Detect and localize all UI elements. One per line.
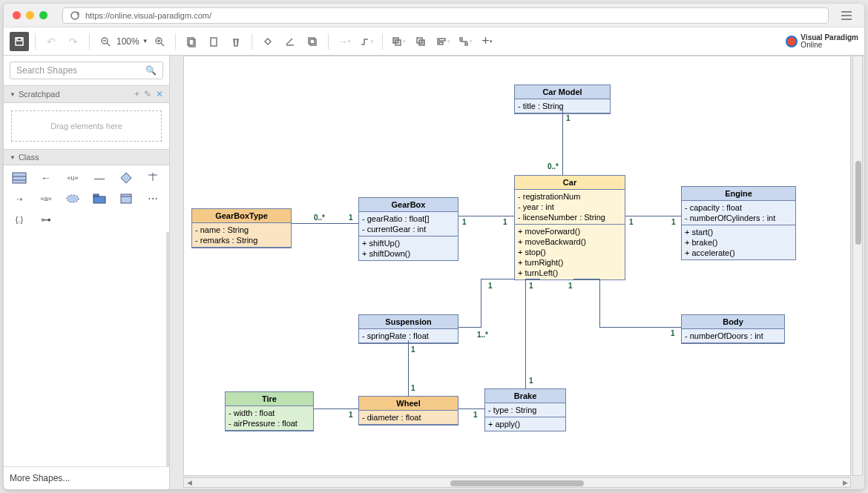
class-wheel[interactable]: Wheel - diameter : float — [358, 396, 458, 426]
scratchpad-section[interactable]: ▼ Scratchpad + ✎ ✕ — [4, 85, 169, 103]
dependency-shape[interactable]: ⇢ — [10, 192, 29, 205]
add-button[interactable]: +▾ — [478, 32, 497, 51]
titlebar: https://online.visual-paradigm.com/ — [4, 4, 864, 27]
sidebar: Search Shapes 🔍 ▼ Scratchpad + ✎ ✕ Drag … — [4, 56, 170, 489]
copy-button[interactable] — [182, 32, 201, 51]
horizontal-scrollbar[interactable]: ◀ ▶ — [183, 477, 851, 488]
constraint-shape[interactable]: {.} — [10, 213, 29, 226]
add-scratchpad-icon[interactable]: + — [134, 89, 139, 99]
conn-car-brake-v[interactable] — [525, 279, 526, 388]
package-shape[interactable] — [90, 192, 109, 205]
more-shapes-button[interactable]: More Shapes... — [4, 466, 169, 489]
svg-rect-32 — [93, 196, 105, 203]
zoom-dropdown-icon[interactable]: ▼ — [142, 38, 148, 44]
class-car-model[interactable]: Car Model - title : String — [514, 85, 611, 114]
url-text: https://online.visual-paradigm.com/ — [85, 11, 211, 20]
class-section[interactable]: ▼ Class — [4, 149, 169, 165]
back-button[interactable] — [411, 32, 430, 51]
nary-shape[interactable]: ⋯ — [143, 192, 162, 205]
save-button[interactable] — [10, 32, 29, 51]
edit-scratchpad-icon[interactable]: ✎ — [144, 89, 151, 99]
maximize-icon[interactable] — [39, 11, 47, 19]
conn-susp-h2[interactable] — [481, 279, 514, 279]
chevron-down-icon: ▼ — [10, 91, 16, 98]
class-engine[interactable]: Engine - capacity : float - numberOfCyli… — [681, 186, 796, 260]
conn-susp-wheel[interactable] — [408, 340, 409, 396]
conn-carmodel-car[interactable] — [562, 110, 563, 175]
svg-rect-14 — [310, 39, 316, 45]
zoom-in-button[interactable] — [150, 32, 169, 51]
conn-susp-v[interactable] — [481, 279, 481, 328]
reload-icon[interactable] — [69, 10, 81, 21]
svg-rect-23 — [460, 38, 462, 40]
svg-rect-34 — [121, 194, 131, 203]
class-gearboxtype[interactable]: GearBoxType - name : String - remarks : … — [191, 208, 292, 248]
conn-body-v[interactable] — [599, 279, 600, 328]
conn-tire-wheel[interactable] — [314, 408, 358, 409]
conn-wheel-brake[interactable] — [458, 408, 484, 409]
svg-rect-25 — [13, 173, 26, 183]
stroke-button[interactable] — [280, 32, 300, 51]
realization-shape[interactable] — [143, 171, 162, 185]
abstraction-shape[interactable]: «a» — [36, 192, 56, 205]
generalization-shape[interactable]: ← — [36, 171, 56, 185]
delete-button[interactable] — [226, 32, 246, 51]
zoom-level[interactable]: 100% — [116, 36, 139, 47]
vertical-scrollbar[interactable] — [852, 56, 863, 476]
conn-gearboxtype-gearbox[interactable] — [292, 223, 358, 224]
conn-body-h2[interactable] — [573, 279, 600, 279]
minimize-icon[interactable] — [26, 11, 34, 19]
distribute-button[interactable]: ▾ — [456, 32, 475, 51]
class-shape[interactable] — [10, 171, 29, 185]
undo-button[interactable]: ↶ — [42, 32, 61, 51]
paste-button[interactable] — [204, 32, 223, 51]
close-scratchpad-icon[interactable]: ✕ — [156, 89, 163, 99]
interface-shape[interactable] — [116, 171, 136, 185]
usage-shape[interactable]: «u» — [63, 171, 82, 185]
waypoint-button[interactable]: ▾ — [357, 32, 376, 51]
association-shape[interactable]: — — [90, 171, 109, 185]
zoom-out-button[interactable] — [96, 32, 115, 51]
main: Search Shapes 🔍 ▼ Scratchpad + ✎ ✕ Drag … — [4, 56, 864, 489]
model-shape[interactable] — [116, 192, 136, 205]
fill-button[interactable] — [258, 32, 277, 51]
scroll-thumb[interactable] — [855, 161, 861, 245]
scratchpad-dropzone[interactable]: Drag elements here — [11, 110, 162, 142]
chevron-down-icon: ▼ — [10, 154, 16, 161]
svg-rect-33 — [93, 194, 99, 196]
svg-rect-24 — [465, 43, 467, 45]
class-brake[interactable]: Brake - type : String + apply() — [484, 388, 566, 431]
connector-button[interactable]: →▾ — [335, 32, 354, 51]
class-body[interactable]: Body - numberOfDoors : int — [681, 314, 785, 344]
close-icon[interactable] — [13, 11, 21, 19]
svg-rect-12 — [211, 38, 217, 46]
collaboration-shape[interactable] — [63, 192, 82, 205]
front-button[interactable]: ▾ — [389, 32, 408, 51]
conn-susp-h[interactable] — [458, 327, 481, 328]
class-car[interactable]: Car - registrationNum - year : int - lic… — [514, 175, 625, 280]
svg-rect-21 — [439, 42, 443, 44]
url-bar[interactable]: https://online.visual-paradigm.com/ — [62, 7, 829, 24]
lollipop-shape[interactable]: ⊶ — [36, 213, 56, 226]
conn-car-brake-h[interactable] — [525, 279, 540, 279]
conn-gearbox-car[interactable] — [458, 216, 514, 216]
shadow-button[interactable] — [303, 32, 322, 51]
class-suspension[interactable]: Suspension - springRate : float — [358, 314, 458, 344]
align-button[interactable]: ▾ — [433, 32, 453, 51]
logo-icon — [786, 36, 798, 47]
class-tire[interactable]: Tire - width : float - airPressure : flo… — [225, 391, 314, 431]
search-input[interactable]: Search Shapes 🔍 — [10, 62, 163, 79]
conn-car-engine[interactable] — [625, 216, 681, 216]
menu-icon[interactable] — [838, 7, 855, 24]
svg-rect-20 — [439, 39, 445, 41]
redo-button[interactable]: ↷ — [64, 32, 83, 51]
scroll-right-icon[interactable]: ▶ — [840, 479, 850, 486]
canvas[interactable]: Car Model - title : String Car - registr… — [183, 56, 851, 476]
scroll-left-icon[interactable]: ◀ — [184, 479, 194, 486]
scroll-thumb[interactable] — [450, 480, 584, 486]
conn-body-h[interactable] — [599, 327, 681, 328]
canvas-area: Car Model - title : String Car - registr… — [170, 56, 864, 489]
class-gearbox[interactable]: GearBox - gearRatio : float[] - currentG… — [358, 197, 458, 261]
toolbar: ↶ ↷ 100% ▼ →▾ ▾ ▾ ▾ ▾ +▾ Visual Paradigm… — [4, 27, 864, 56]
app-window: https://online.visual-paradigm.com/ ↶ ↷ … — [4, 4, 864, 489]
